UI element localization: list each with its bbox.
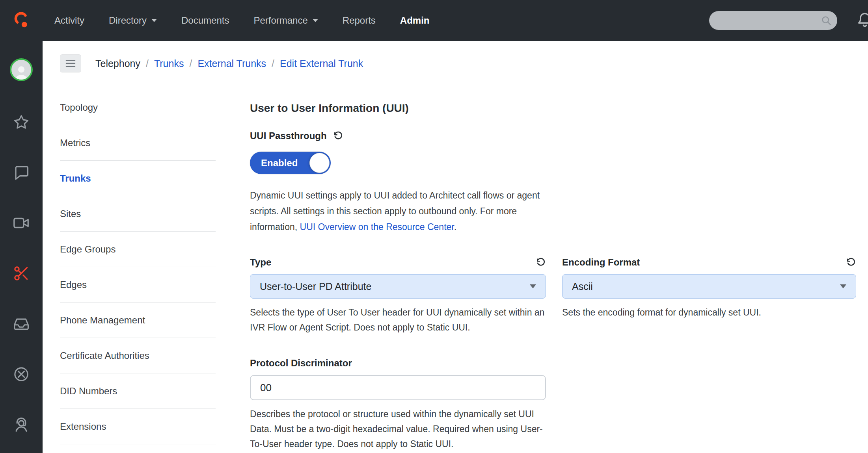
genesys-logo-icon <box>11 10 32 31</box>
top-nav-bar: Activity Directory Documents Performance… <box>0 0 868 41</box>
toggle-knob[interactable] <box>309 153 330 173</box>
breadcrumb: Telephony / Trunks / External Trunks / E… <box>95 58 363 69</box>
chevron-down-icon <box>840 284 846 288</box>
sidebar-item-trunks[interactable]: Trunks <box>43 161 234 196</box>
breadcrumb-separator: / <box>189 58 192 69</box>
uui-passthrough-toggle[interactable]: Enabled <box>250 152 331 174</box>
type-help-text: Selects the type of User To User header … <box>250 305 546 335</box>
inbox-icon[interactable] <box>12 314 31 333</box>
nav-item-documents[interactable]: Documents <box>181 15 229 26</box>
chevron-down-icon <box>313 19 318 22</box>
primary-nav: Activity Directory Documents Performance… <box>54 15 430 26</box>
protocol-discriminator-field: Protocol Discriminator Describes the pro… <box>250 358 549 451</box>
nav-item-admin[interactable]: Admin <box>400 15 430 26</box>
breadcrumb-item-edit-external-trunk[interactable]: Edit External Trunk <box>280 58 363 69</box>
search-input[interactable] <box>709 11 837 30</box>
encoding-select-value: Ascii <box>572 281 593 292</box>
main-panel: User to User Information (UUI) UUI Passt… <box>234 86 868 453</box>
nav-item-activity[interactable]: Activity <box>54 15 84 26</box>
notifications-bell-icon[interactable] <box>856 11 868 30</box>
breadcrumb-separator: / <box>146 58 149 69</box>
help-ring-icon[interactable] <box>12 365 31 384</box>
encoding-label: Encoding Format <box>562 257 640 268</box>
global-search <box>709 11 837 30</box>
nav-item-directory[interactable]: Directory <box>109 15 157 26</box>
sidebar-item-extensions[interactable]: Extensions <box>43 409 234 444</box>
left-icon-rail <box>0 41 43 453</box>
encoding-select[interactable]: Ascii <box>562 274 856 299</box>
uui-description: Dynamic UUI settings apply to UUI added … <box>250 188 545 235</box>
encoding-field: Encoding Format Ascii Sets the encoding … <box>562 257 856 335</box>
content-area: Topology Metrics Trunks Sites Edge Group… <box>43 86 868 453</box>
reset-icon[interactable] <box>846 257 856 267</box>
uui-fields-row: Type User-to-User PD Attribute Selects t… <box>250 257 856 335</box>
encoding-help-text: Sets the encoding format for dynamically… <box>562 305 856 320</box>
breadcrumb-item-trunks[interactable]: Trunks <box>154 58 184 69</box>
breadcrumb-bar: Telephony / Trunks / External Trunks / E… <box>43 41 868 86</box>
sidebar-item-metrics[interactable]: Metrics <box>43 125 234 161</box>
uui-overview-link[interactable]: UUI Overview on the Resource Center <box>300 222 454 232</box>
sidebar-item-phone-management[interactable]: Phone Management <box>43 303 234 338</box>
nav-item-reports[interactable]: Reports <box>343 15 376 26</box>
video-icon[interactable] <box>12 214 31 232</box>
nav-item-performance[interactable]: Performance <box>253 15 318 26</box>
toggle-state-label: Enabled <box>261 152 298 174</box>
uui-passthrough-row: UUI Passthrough <box>250 130 856 141</box>
reset-icon[interactable] <box>333 131 343 141</box>
sidebar-item-topology[interactable]: Topology <box>43 90 234 125</box>
brand-logo <box>0 10 43 31</box>
sidebar-item-edges[interactable]: Edges <box>43 267 234 303</box>
chevron-down-icon <box>530 284 536 288</box>
reset-icon[interactable] <box>536 257 546 267</box>
type-select[interactable]: User-to-User PD Attribute <box>250 274 546 299</box>
protocol-help-text: Describes the protocol or structure used… <box>250 407 549 451</box>
hamburger-icon <box>65 59 76 68</box>
sidebar-item-edge-groups[interactable]: Edge Groups <box>43 232 234 267</box>
chevron-down-icon <box>151 19 157 22</box>
protocol-discriminator-input[interactable] <box>250 375 546 400</box>
menu-toggle-button[interactable] <box>60 54 81 72</box>
breadcrumb-item-telephony: Telephony <box>95 58 140 69</box>
agent-headset-icon[interactable] <box>12 415 31 434</box>
telephony-sidebar: Topology Metrics Trunks Sites Edge Group… <box>43 86 234 453</box>
type-select-value: User-to-User PD Attribute <box>260 281 371 292</box>
breadcrumb-item-external-trunks[interactable]: External Trunks <box>197 58 266 69</box>
app-window: Activity Directory Documents Performance… <box>0 0 868 453</box>
scissors-icon[interactable] <box>12 264 31 283</box>
type-field: Type User-to-User PD Attribute Selects t… <box>250 257 546 335</box>
favorites-star-icon[interactable] <box>12 113 31 132</box>
page-title: User to User Information (UUI) <box>250 102 856 115</box>
person-icon <box>12 64 30 80</box>
protocol-discriminator-label: Protocol Discriminator <box>250 358 549 369</box>
user-avatar[interactable] <box>10 58 33 81</box>
uui-passthrough-label: UUI Passthrough <box>250 130 327 141</box>
sidebar-item-did-numbers[interactable]: DID Numbers <box>43 373 234 409</box>
sidebar-item-certificate-authorities[interactable]: Certificate Authorities <box>43 338 234 373</box>
type-label: Type <box>250 257 271 268</box>
breadcrumb-separator: / <box>272 58 274 69</box>
chat-icon[interactable] <box>12 163 31 182</box>
sidebar-item-sites[interactable]: Sites <box>43 196 234 232</box>
